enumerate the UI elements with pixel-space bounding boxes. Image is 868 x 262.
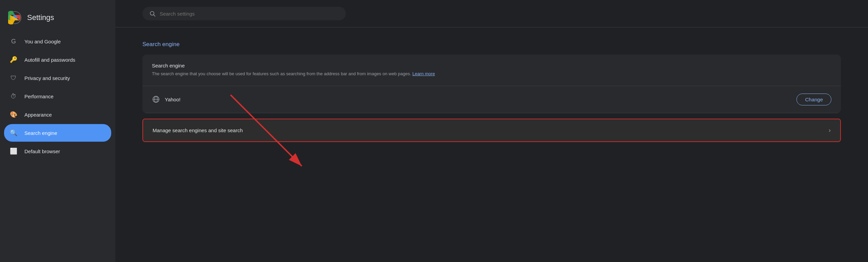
- sidebar-nav: G You and Google 🔑 Autofill and password…: [0, 33, 115, 160]
- sidebar-label-search-engine: Search engine: [24, 130, 57, 136]
- sidebar-label-performance: Performance: [24, 94, 54, 99]
- app-title: Settings: [27, 13, 54, 22]
- sidebar-item-autofill[interactable]: 🔑 Autofill and passwords: [4, 51, 111, 68]
- svg-line-5: [154, 15, 155, 16]
- search-bar-container: [115, 0, 868, 27]
- appearance-icon: 🎨: [9, 110, 18, 119]
- performance-icon: ⏱: [9, 92, 18, 100]
- browser-icon: ⬜: [9, 147, 18, 155]
- sidebar-item-default-browser[interactable]: ⬜ Default browser: [4, 142, 111, 160]
- content-area: Search engine Search engine The search e…: [115, 27, 868, 156]
- globe-icon: [152, 95, 160, 103]
- main-content: Search engine Search engine The search e…: [115, 0, 868, 156]
- search-bar[interactable]: [142, 7, 346, 20]
- search-icon: 🔍: [9, 129, 18, 137]
- main-wrapper: Search engine Search engine The search e…: [115, 0, 868, 262]
- sidebar-label-you-and-google: You and Google: [24, 39, 61, 44]
- section-heading: Search engine: [142, 41, 841, 48]
- sidebar-item-performance[interactable]: ⏱ Performance: [4, 87, 111, 105]
- current-engine-name: Yahoo!: [165, 97, 180, 102]
- sidebar-item-you-and-google[interactable]: G You and Google: [4, 33, 111, 50]
- manage-search-engines-card[interactable]: Manage search engines and site search ›: [142, 119, 841, 142]
- chrome-logo-icon: [8, 11, 22, 24]
- google-icon: G: [9, 37, 18, 45]
- manage-search-engines-label: Manage search engines and site search: [153, 127, 243, 133]
- manage-search-engines-row[interactable]: Manage search engines and site search ›: [143, 119, 840, 141]
- search-engine-card-title: Search engine: [152, 63, 831, 68]
- chevron-right-icon: ›: [829, 127, 831, 134]
- sidebar-label-appearance: Appearance: [24, 112, 52, 118]
- search-engine-card-desc: The search engine that you choose will b…: [152, 70, 831, 78]
- sidebar-item-appearance[interactable]: 🎨 Appearance: [4, 106, 111, 123]
- sidebar: Settings G You and Google 🔑 Autofill and…: [0, 0, 115, 262]
- sidebar-label-autofill: Autofill and passwords: [24, 57, 75, 63]
- change-search-engine-button[interactable]: Change: [796, 94, 831, 105]
- sidebar-label-privacy: Privacy and security: [24, 75, 70, 81]
- sidebar-header: Settings: [0, 5, 115, 33]
- current-engine: Yahoo!: [152, 95, 180, 103]
- search-input[interactable]: [160, 11, 339, 17]
- sidebar-label-default-browser: Default browser: [24, 148, 60, 154]
- learn-more-link[interactable]: Learn more: [412, 71, 435, 76]
- current-engine-row: Yahoo! Change: [142, 86, 841, 113]
- search-bar-icon: [149, 10, 156, 17]
- shield-icon: 🛡: [9, 74, 18, 82]
- sidebar-item-privacy[interactable]: 🛡 Privacy and security: [4, 69, 111, 87]
- search-engine-card: Search engine The search engine that you…: [142, 55, 841, 113]
- key-icon: 🔑: [9, 56, 18, 64]
- sidebar-item-search-engine[interactable]: 🔍 Search engine: [4, 124, 111, 142]
- search-engine-info-row: Search engine The search engine that you…: [142, 55, 841, 86]
